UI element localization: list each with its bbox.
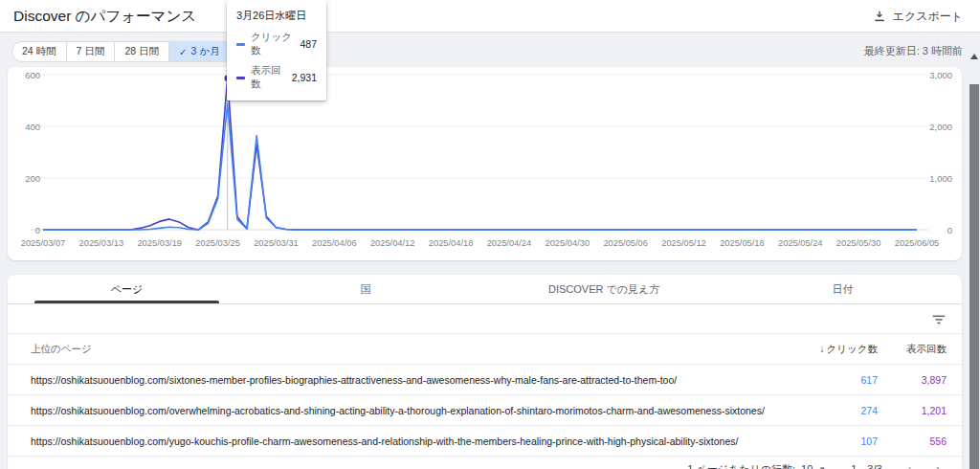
clicks-value: 274 (772, 405, 878, 416)
previous-page-button[interactable]: ‹ (907, 462, 912, 469)
impressions-value: 556 (878, 436, 962, 447)
tooltip-clicks-value: 487 (300, 38, 317, 50)
tab-countries[interactable]: 国 (246, 275, 484, 303)
table-header-row: 上位のページ ↓クリック数 表示回数 (8, 334, 962, 365)
range-28d[interactable]: 28 日間 (115, 42, 169, 61)
page-url-link[interactable]: https://oshikatsuouenblog.com/yugo-kouch… (8, 436, 772, 447)
y-tick-label: 200 (10, 173, 40, 184)
range-3mo[interactable]: ✓ 3 か月 (169, 42, 230, 61)
table-row: https://oshikatsuouenblog.com/sixtones-m… (8, 365, 962, 395)
tab-discover-appearance-label: DISCOVER での見え方 (548, 282, 659, 297)
check-icon: ✓ (179, 47, 187, 57)
column-header-top-pages[interactable]: 上位のページ (8, 343, 772, 356)
clicks-legend-dash-icon (236, 43, 245, 46)
y-tick-label: 2,000 (922, 122, 952, 132)
tab-dates[interactable]: 日付 (724, 275, 962, 303)
range-24h-label: 24 時間 (22, 45, 56, 58)
range-24h[interactable]: 24 時間 (12, 42, 67, 61)
export-button[interactable]: エクスポート (873, 0, 963, 33)
vertical-scrollbar[interactable] (969, 50, 980, 469)
x-tick-label: 2025/06/05 (887, 238, 947, 248)
column-header-clicks-label: クリック数 (827, 343, 878, 354)
impressions-value: 3,897 (878, 374, 962, 386)
y-tick-label: 3,000 (922, 70, 952, 80)
x-tick-label: 2025/03/13 (72, 238, 131, 248)
dimension-tabs: ページ 国 DISCOVER での見え方 日付 (8, 275, 962, 304)
tooltip-date: 3月26日水曜日 (236, 9, 317, 23)
x-tick-label: 2025/03/25 (189, 238, 248, 248)
x-tick-label: 2025/05/24 (770, 238, 830, 248)
y-tick-label: 400 (10, 122, 40, 132)
column-header-impressions[interactable]: 表示回数 (878, 343, 962, 356)
export-label: エクスポート (893, 9, 963, 25)
scrollbar-thumb[interactable] (969, 84, 979, 469)
range-3mo-label: 3 か月 (190, 45, 219, 58)
page-url-link[interactable]: https://oshikatsuouenblog.com/overwhelmi… (8, 405, 772, 416)
next-page-button[interactable]: › (936, 462, 941, 469)
pagination-bar: 1 ページあたりの行数: 10 ▼ 1～3/3 ‹ › (8, 457, 962, 469)
performance-chart-card: 6004002000 3,0002,0001,0000 2025/03/0720… (8, 67, 962, 260)
y-tick-label: 1,000 (922, 173, 952, 184)
tooltip-clicks-label: クリック数 (251, 31, 294, 57)
clicks-value: 107 (772, 436, 878, 447)
tab-pages[interactable]: ページ (8, 275, 246, 303)
performance-line-chart[interactable] (8, 67, 962, 237)
tab-discover-appearance[interactable]: DISCOVER での見え方 (485, 275, 724, 303)
app-header: Discover のパフォーマンス エクスポート (0, 0, 980, 33)
rows-per-page-label: 1 ページあたりの行数: (687, 462, 795, 469)
pagination-range: 1～3/3 (851, 462, 881, 469)
x-tick-label: 2025/04/18 (421, 238, 480, 248)
rows-per-page-value: 10 (801, 463, 813, 469)
range-7d[interactable]: 7 日間 (67, 42, 116, 61)
last-updated-text: 最終更新日: 3 時間前 (864, 44, 963, 58)
filter-icon[interactable] (931, 312, 947, 327)
table-row: https://oshikatsuouenblog.com/overwhelmi… (8, 395, 962, 426)
x-tick-label: 2025/05/30 (829, 238, 888, 248)
range-28d-label: 28 日間 (124, 45, 159, 58)
tooltip-impressions-value: 2,931 (292, 72, 317, 83)
x-tick-label: 2025/05/18 (712, 238, 771, 248)
x-tick-label: 2025/04/30 (538, 238, 597, 248)
chart-tooltip: 3月26日水曜日 クリック数 487 表示回数 2,931 (227, 0, 326, 100)
x-tick-label: 2025/04/06 (304, 238, 364, 248)
rows-per-page-control[interactable]: 1 ページあたりの行数: 10 ▼ (687, 462, 826, 469)
dimensions-table-card: ページ 国 DISCOVER での見え方 日付 上位のページ ↓クリック数 表示… (8, 275, 962, 469)
y-tick-label: 600 (10, 70, 40, 80)
column-header-clicks[interactable]: ↓クリック数 (772, 343, 878, 356)
tab-pages-label: ページ (111, 282, 144, 297)
tooltip-impressions-row: 表示回数 2,931 (236, 64, 317, 91)
page-title: Discover のパフォーマンス (13, 0, 196, 33)
x-tick-label: 2025/03/31 (246, 238, 305, 248)
x-tick-label: 2025/05/12 (655, 238, 714, 248)
tooltip-impressions-label: 表示回数 (251, 64, 286, 91)
tooltip-clicks-row: クリック数 487 (236, 31, 317, 57)
x-tick-label: 2025/03/19 (130, 238, 189, 248)
tab-dates-label: 日付 (832, 282, 853, 297)
x-tick-label: 2025/04/12 (363, 238, 422, 248)
impressions-legend-dash-icon (236, 77, 245, 79)
table-row: https://oshikatsuouenblog.com/yugo-kouch… (8, 426, 962, 457)
impressions-value: 1,201 (878, 405, 962, 416)
clicks-value: 617 (772, 374, 878, 386)
table-filter-row (8, 304, 962, 334)
range-7d-label: 7 日間 (77, 45, 105, 58)
tab-countries-label: 国 (360, 282, 370, 297)
chevron-down-icon: ▼ (818, 465, 826, 469)
scroll-up-arrow-icon[interactable] (970, 54, 978, 59)
sort-desc-icon: ↓ (820, 344, 825, 354)
download-icon (873, 10, 886, 23)
x-tick-label: 2025/03/07 (13, 238, 73, 248)
x-tick-label: 2025/05/06 (596, 238, 656, 248)
y-tick-label: 0 (922, 225, 952, 235)
toolbar: 24 時間 7 日間 28 日間 ✓ 3 か月 詳細 ▼ 最終更新日: 3 時間… (0, 33, 980, 67)
x-tick-label: 2025/04/24 (479, 238, 539, 248)
page-url-link[interactable]: https://oshikatsuouenblog.com/sixtones-m… (8, 374, 772, 386)
y-tick-label: 0 (10, 225, 40, 235)
